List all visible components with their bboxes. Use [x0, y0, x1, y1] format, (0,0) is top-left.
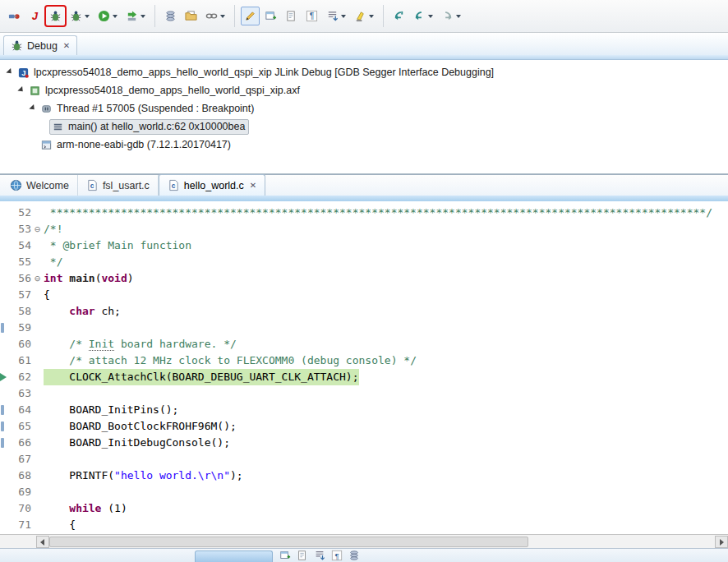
annotation-ruler[interactable] — [0, 418, 8, 435]
fold-minus-icon[interactable]: ⊖ — [31, 270, 44, 287]
annotation-ruler[interactable] — [0, 270, 8, 287]
scroll-left-icon[interactable] — [36, 536, 49, 548]
line-number: 66 — [8, 435, 31, 451]
expander-icon[interactable] — [28, 99, 38, 117]
fold-minus-icon[interactable]: ⊖ — [31, 221, 44, 237]
annotations-button[interactable] — [323, 7, 349, 25]
pencil-button[interactable] — [241, 7, 260, 25]
svg-text:J: J — [21, 69, 25, 77]
debug-history-button-dropdown-icon[interactable] — [85, 15, 90, 18]
annotation-ruler[interactable] — [0, 221, 8, 237]
marker-button-dropdown-icon[interactable] — [369, 15, 374, 18]
code-line: 52 *************************************… — [0, 205, 728, 221]
annotation-ruler[interactable] — [0, 205, 8, 221]
annotation-ruler[interactable] — [0, 352, 8, 369]
tree-node[interactable]: main() at hello_world.c:62 0x10000bea — [49, 119, 249, 135]
pilcrow-icon[interactable]: ¶ — [331, 550, 343, 561]
tree-row[interactable]: main() at hello_world.c:62 0x10000bea — [0, 117, 728, 136]
debug-button[interactable] — [46, 7, 65, 25]
code-line: 63 — [0, 385, 728, 402]
globe-icon — [10, 179, 22, 191]
annotation-ruler[interactable] — [0, 320, 8, 336]
debug-view-tab[interactable]: Debug ✕ — [3, 35, 77, 55]
annotations-button-dropdown-icon[interactable] — [341, 15, 346, 18]
connect-target-button-dropdown-icon[interactable] — [220, 15, 225, 18]
annotation-ruler[interactable] — [0, 287, 8, 303]
tree-row[interactable]: lpcxpresso54018_demo_apps_hello_world_qs… — [0, 81, 728, 99]
annotation-ruler[interactable] — [0, 237, 8, 254]
debug-history-button[interactable] — [67, 7, 93, 25]
scroll-right-icon[interactable] — [715, 536, 728, 548]
code-text: int main(void) — [44, 270, 728, 287]
code-area[interactable]: 52 *************************************… — [0, 201, 728, 534]
tree-node[interactable]: arm-none-eabi-gdb (7.12.1.20170417) — [38, 137, 235, 153]
annotation-ruler[interactable] — [0, 303, 8, 320]
back-button[interactable] — [410, 7, 436, 25]
annotation-ruler[interactable] — [0, 402, 8, 418]
fold-column — [31, 418, 44, 435]
annotation-ruler[interactable] — [0, 500, 8, 517]
tree-row[interactable]: Thread #1 57005 (Suspended : Breakpoint) — [0, 99, 728, 117]
gdb-icon — [40, 139, 53, 151]
expander-spacer — [39, 117, 49, 136]
tree-node[interactable]: Thread #1 57005 (Suspended : Breakpoint) — [38, 101, 258, 117]
list-icon[interactable] — [297, 550, 308, 561]
annotation-ruler[interactable] — [0, 484, 8, 500]
tree-node[interactable]: lpcxpresso54018_demo_apps_hello_world_qs… — [26, 83, 304, 99]
marker-button[interactable] — [351, 7, 377, 25]
flash-program-button[interactable] — [161, 7, 180, 25]
debug-probe-button[interactable] — [5, 7, 24, 25]
expander-icon[interactable] — [16, 81, 26, 99]
tree-node-label: lpcxpresso54018_demo_apps_hello_world_qs… — [34, 67, 494, 78]
tree-node[interactable]: Jlpcxpresso54018_demo_apps_hello_world_q… — [15, 65, 498, 81]
expander-spacer — [28, 136, 38, 154]
tree-row[interactable]: arm-none-eabi-gdb (7.12.1.20170417) — [0, 136, 728, 154]
annotation-ruler[interactable] — [0, 385, 8, 402]
line-number: 57 — [8, 287, 31, 303]
scroll-track[interactable] — [49, 536, 715, 548]
tab-close-icon[interactable]: ✕ — [250, 182, 256, 190]
editor-tab-fsl-usart-c[interactable]: cfsl_usart.c — [78, 175, 159, 196]
show-editor-button[interactable] — [282, 7, 301, 25]
annotation-ruler[interactable] — [0, 451, 8, 468]
line-number: 61 — [8, 352, 31, 369]
annotation-ruler[interactable] — [0, 435, 8, 451]
show-whitespace-button[interactable]: ¶ — [302, 7, 321, 25]
layers-icon[interactable] — [348, 550, 360, 561]
window-icon[interactable] — [279, 550, 291, 561]
external-tools-button-dropdown-icon[interactable] — [141, 15, 145, 18]
external-tools-button[interactable] — [122, 7, 149, 25]
lastedit-icon — [393, 10, 405, 22]
debug-view-tab-close-icon[interactable]: ✕ — [63, 42, 70, 50]
arrow-down-icon — [314, 550, 325, 561]
editor-tab-hello-world-c[interactable]: chello_world.c✕ — [159, 174, 265, 196]
annotation-ruler[interactable] — [0, 468, 8, 484]
forward-button-dropdown-icon[interactable] — [456, 15, 461, 18]
annotation-ruler[interactable] — [0, 336, 8, 352]
annotation-ruler[interactable] — [0, 254, 8, 270]
svg-text:c: c — [90, 182, 94, 190]
new-window-button[interactable] — [261, 7, 280, 25]
scroll-thumb[interactable] — [49, 537, 528, 547]
connect-target-button[interactable] — [202, 7, 228, 25]
run-button[interactable] — [94, 7, 121, 25]
horizontal-scrollbar[interactable] — [0, 534, 728, 548]
back-button-dropdown-icon[interactable] — [428, 15, 433, 18]
debug-bug-icon — [11, 39, 23, 52]
jlink-flash-button[interactable]: J — [25, 7, 44, 25]
code-line: 61 /* attach 12 MHz clock to FLEXCOMM0 (… — [0, 352, 728, 369]
tree-row[interactable]: Jlpcxpresso54018_demo_apps_hello_world_q… — [0, 63, 728, 81]
annotation-ruler[interactable] — [0, 517, 8, 533]
open-folder-button[interactable] — [182, 7, 200, 25]
forward-button[interactable] — [438, 7, 464, 25]
arrow-down-icon[interactable] — [314, 550, 325, 561]
bottom-tab-fragment[interactable] — [195, 550, 273, 562]
c-file-icon: c — [168, 179, 180, 191]
last-edit-location-button[interactable] — [389, 7, 408, 25]
coins-icon — [164, 10, 177, 22]
run-button-dropdown-icon[interactable] — [113, 15, 117, 18]
annotation-ruler[interactable] — [0, 369, 8, 385]
folder-icon — [185, 10, 197, 22]
editor-tab-welcome[interactable]: Welcome — [2, 175, 78, 196]
expander-icon[interactable] — [5, 63, 15, 81]
